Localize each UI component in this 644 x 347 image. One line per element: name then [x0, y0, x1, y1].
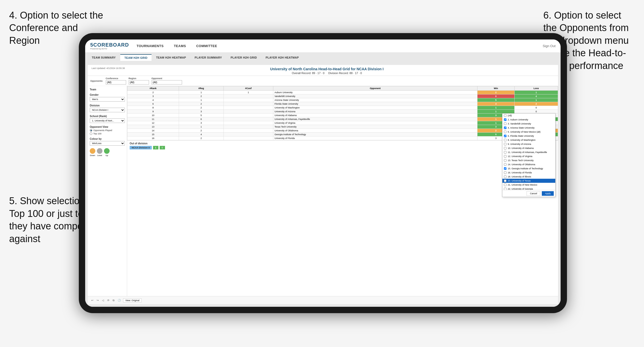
dropdown-item[interactable]: 9. University of Arizona [502, 142, 555, 146]
dropdown-item[interactable]: 6. Florida State University [502, 134, 555, 138]
dropdown-checkbox[interactable] [504, 171, 506, 174]
nav-teams[interactable]: TEAMS [174, 40, 186, 52]
out-of-div-loss: 0 [160, 146, 165, 149]
dropdown-item[interactable]: 13. Texas Tech University [502, 158, 555, 162]
toolbar-redo[interactable]: ↪ [96, 298, 100, 302]
colour-by-select[interactable]: Win/Loss [90, 141, 125, 146]
opponent-dropdown[interactable]: (All)2. Auburn University3. Vanderbilt U… [502, 113, 556, 197]
dropdown-item-label: 22. University of Georgia [508, 188, 533, 190]
division-select[interactable]: NCAA Division I [90, 108, 125, 112]
conference-select[interactable]: (All) [106, 80, 126, 85]
dropdown-checkbox[interactable] [504, 143, 506, 145]
dropdown-item-label: 11. University of Arkansas, Fayetteville [508, 151, 547, 154]
dropdown-item[interactable]: 22. University of Georgia [502, 187, 555, 190]
dropdown-item-label: 8. University of Washington [508, 139, 535, 141]
dropdown-checkbox[interactable] [504, 151, 506, 154]
cell-conf [223, 94, 273, 98]
gender-label: Gender [90, 93, 125, 96]
dropdown-item[interactable]: 21. University of New Mexico [502, 183, 555, 187]
dropdown-item[interactable]: (All) [502, 114, 555, 118]
nav-sign-out[interactable]: Sign Out [543, 44, 556, 48]
dropdown-item[interactable]: 5. University of New Mexico (alt) [502, 130, 555, 134]
radio-opponents-label: Opponents Played [93, 129, 112, 132]
radio-opponents-played[interactable]: Opponents Played [90, 129, 125, 132]
dropdown-item-label: 6. Florida State University [508, 135, 534, 137]
nav-tournaments[interactable]: TOURNAMENTS [137, 40, 163, 52]
view-original-button[interactable]: View: Original [123, 298, 142, 302]
radio-top100-label: Top 100 [93, 132, 101, 135]
dropdown-item-label: 16. University of Florida [508, 171, 532, 174]
dropdown-item[interactable]: 15. Georgia Institute of Technology [502, 166, 555, 171]
out-of-div-badge: NCAA Division II [130, 146, 152, 149]
cancel-button[interactable]: Cancel [527, 191, 540, 196]
dropdown-item[interactable]: 20. University of Texas [502, 179, 555, 183]
apply-button[interactable]: Apply [542, 191, 554, 196]
table-row: 8 2 University of Washington 1 0 [127, 106, 558, 110]
dropdown-checkbox[interactable] [504, 188, 506, 190]
cell-reg: 3 [179, 110, 223, 114]
gender-select[interactable]: Men's [90, 97, 125, 102]
tab-team-summary[interactable]: TEAM SUMMARY [88, 54, 120, 61]
dropdown-checkbox[interactable] [504, 118, 506, 121]
school-select[interactable]: 1. University of Nort... [90, 118, 125, 123]
cell-conf [223, 133, 273, 136]
dropdown-checkbox[interactable] [504, 163, 506, 166]
cell-rank: 13 [127, 125, 179, 129]
tab-team-h2h-grid[interactable]: TEAM H2H GRID [120, 54, 152, 61]
dropdown-checkbox[interactable] [504, 159, 506, 162]
legend-up: Up [104, 148, 110, 157]
toolbar-undo[interactable]: ↩ [90, 298, 94, 302]
dropdown-item[interactable]: 2. Auburn University [502, 118, 555, 122]
dropdown-checkbox[interactable] [504, 184, 506, 186]
dropdown-item-label: 18. University of Illinois [508, 175, 531, 178]
record-line: Overall Record: 89 · 17 · 0 Division Rec… [125, 72, 529, 75]
nav-committee[interactable]: COMMITTEE [196, 40, 217, 52]
dropdown-item[interactable]: 14. University of Oklahoma [502, 162, 555, 166]
region-filter-group: Region (All) [129, 77, 149, 85]
dropdown-item-label: 5. University of New Mexico (alt) [508, 131, 541, 133]
toolbar-clock[interactable]: 🕐 [117, 298, 122, 302]
opponent-select[interactable]: (All) [152, 80, 182, 85]
tab-team-h2h-heatmap[interactable]: TEAM H2H HEATMAP [152, 54, 190, 61]
region-select[interactable]: (All) [129, 80, 149, 85]
cell-win: 5 [477, 98, 514, 102]
dropdown-checkbox[interactable] [504, 135, 506, 137]
tablet-screen: 5COREBOARD Powered by AOTD TOURNAMENTS T… [85, 39, 561, 307]
sub-nav: TEAM SUMMARY TEAM H2H GRID TEAM H2H HEAT… [85, 53, 561, 62]
cell-reg: 6 [179, 117, 223, 121]
dropdown-checkbox[interactable] [504, 175, 506, 178]
dropdown-item[interactable]: 18. University of Illinois [502, 175, 555, 179]
toolbar-back[interactable]: ◁ [101, 298, 105, 302]
cell-rank: 10 [127, 114, 179, 117]
dropdown-item[interactable]: 11. University of Arkansas, Fayetteville [502, 150, 555, 154]
dropdown-item[interactable]: 12. University of Virginia [502, 154, 555, 158]
dropdown-checkbox[interactable] [504, 127, 506, 129]
dropdown-checkbox[interactable] [504, 114, 506, 117]
dropdown-checkbox[interactable] [504, 155, 506, 158]
table-row: 4 1 Arizona State University 5 1 [127, 98, 558, 102]
dropdown-checkbox[interactable] [504, 131, 506, 133]
radio-top100[interactable]: Top 100 [90, 132, 125, 135]
dropdown-item[interactable]: 8. University of Washington [502, 138, 555, 142]
dropdown-item[interactable]: 4. Arizona State University [502, 126, 555, 130]
dropdown-checkbox[interactable] [504, 167, 506, 170]
legend-level: Level [97, 148, 102, 157]
dropdown-checkbox[interactable] [504, 122, 506, 125]
dropdown-checkbox[interactable] [504, 147, 506, 149]
dropdown-item[interactable]: 10. University of Alabama [502, 146, 555, 150]
cell-reg: 2 [179, 136, 223, 140]
legend-down: Down [90, 148, 95, 157]
dropdown-item[interactable]: 3. Vanderbilt University [502, 122, 555, 126]
nav-items: TOURNAMENTS TEAMS COMMITTEE [137, 40, 543, 52]
dropdown-checkbox[interactable] [504, 179, 506, 182]
dropdown-checkbox[interactable] [504, 139, 506, 141]
toolbar-refresh[interactable]: ⟳ [106, 298, 110, 302]
toolbar-copy[interactable]: ⧉ [112, 298, 115, 302]
tab-player-h2h-grid[interactable]: PLAYER H2H GRID [227, 54, 261, 61]
cell-conf [223, 136, 273, 140]
tab-player-summary[interactable]: PLAYER SUMMARY [191, 54, 226, 61]
dropdown-item[interactable]: 16. University of Florida [502, 171, 555, 175]
radio-group: Opponents Played Top 100 [90, 129, 125, 135]
tab-player-h2h-heatmap[interactable]: PLAYER H2H HEATMAP [262, 54, 303, 61]
col-rank: #Rank [127, 86, 179, 91]
